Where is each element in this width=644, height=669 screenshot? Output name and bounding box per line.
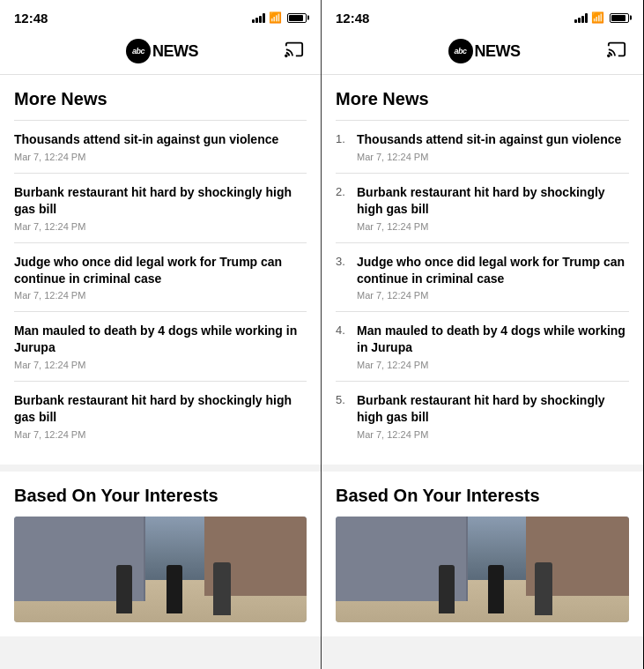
news-item-right-2[interactable]: 3. Judge who once did legal work for Tru…: [336, 242, 629, 312]
news-content-right-3: Man mauled to death by 4 dogs while work…: [357, 323, 629, 370]
person3-right: [535, 562, 552, 615]
signal-bar-r4: [585, 13, 588, 23]
abc-circle-left: abc: [126, 39, 151, 63]
interests-image-left[interactable]: [14, 517, 307, 622]
news-date-left-3: Mar 7, 12:24 PM: [14, 360, 307, 370]
news-number-right-1: 2.: [336, 184, 350, 232]
interests-section-right: Based On Your Interests: [322, 472, 643, 636]
street-scene-left: [14, 517, 307, 622]
app-header-right: abc NEWS: [322, 32, 643, 75]
phones-container: 12:48 📶 abc NEWS: [0, 0, 644, 669]
news-item-left-0[interactable]: Thousands attend sit-in against gun viol…: [14, 120, 307, 173]
wifi-icon-right: 📶: [591, 11, 604, 24]
abc-circle-right: abc: [448, 39, 473, 63]
battery-icon-left: [287, 13, 307, 23]
interests-image-right[interactable]: [336, 517, 629, 622]
signal-icon-right: [574, 12, 588, 23]
content-left: More News Thousands attend sit-in agains…: [0, 75, 321, 669]
news-date-right-3: Mar 7, 12:24 PM: [357, 360, 629, 370]
news-headline-left-1: Burbank restaurant hit hard by shockingl…: [14, 184, 307, 218]
more-news-title-right: More News: [336, 89, 629, 109]
news-item-left-1[interactable]: Burbank restaurant hit hard by shockingl…: [14, 173, 307, 242]
signal-bar-r3: [581, 16, 584, 23]
signal-icon-left: [252, 12, 265, 23]
news-headline-left-2: Judge who once did legal work for Trump …: [14, 254, 307, 287]
news-item-right-3[interactable]: 4. Man mauled to death by 4 dogs while w…: [336, 311, 629, 381]
wifi-icon-left: 📶: [269, 11, 282, 24]
news-date-right-2: Mar 7, 12:24 PM: [357, 290, 629, 301]
status-icons-left: 📶: [252, 11, 307, 24]
signal-bar-3: [259, 16, 262, 23]
news-headline-right-1: Burbank restaurant hit hard by shockingl…: [357, 184, 629, 218]
news-headline-left-3: Man mauled to death by 4 dogs while work…: [14, 323, 307, 356]
battery-icon-right: [610, 13, 629, 23]
more-news-title-left: More News: [14, 89, 307, 109]
news-date-left-2: Mar 7, 12:24 PM: [14, 290, 307, 301]
news-headline-left-4: Burbank restaurant hit hard by shockingl…: [14, 392, 307, 426]
more-news-section-left: More News Thousands attend sit-in agains…: [0, 75, 321, 465]
svg-point-1: [608, 55, 610, 56]
street-scene-right: [336, 517, 629, 622]
status-icons-right: 📶: [574, 11, 629, 24]
abc-text-right: abc: [454, 47, 466, 56]
news-number-right-3: 4.: [336, 323, 350, 370]
content-right: More News 1. Thousands attend sit-in aga…: [322, 75, 643, 669]
person1-right: [439, 565, 455, 613]
news-number-right-0: 1.: [336, 131, 350, 162]
abc-logo-left: abc NEWS: [126, 39, 198, 63]
left-phone: 12:48 📶 abc NEWS: [0, 0, 322, 669]
news-content-right-2: Judge who once did legal work for Trump …: [357, 254, 629, 301]
news-date-right-1: Mar 7, 12:24 PM: [357, 221, 629, 232]
cast-icon-right[interactable]: [604, 40, 629, 63]
person2-left: [167, 565, 182, 613]
status-time-left: 12:48: [14, 11, 48, 26]
news-date-left-4: Mar 7, 12:24 PM: [14, 429, 307, 440]
interests-section-left: Based On Your Interests: [0, 472, 321, 636]
news-number-right-2: 3.: [336, 254, 350, 301]
svg-point-0: [285, 55, 287, 56]
news-item-right-1[interactable]: 2. Burbank restaurant hit hard by shocki…: [336, 173, 629, 242]
abc-logo-right: abc NEWS: [448, 39, 521, 63]
news-date-right-0: Mar 7, 12:24 PM: [357, 152, 629, 162]
person3-left: [213, 562, 231, 615]
interests-title-right: Based On Your Interests: [336, 486, 629, 506]
news-date-right-4: Mar 7, 12:24 PM: [357, 429, 629, 440]
abc-text-left: abc: [132, 47, 144, 56]
news-headline-right-4: Burbank restaurant hit hard by shockingl…: [357, 392, 629, 426]
signal-bar-2: [255, 18, 258, 23]
person2-right: [488, 565, 504, 613]
status-bar-left: 12:48 📶: [0, 0, 321, 32]
news-text-left: NEWS: [152, 42, 198, 61]
person1-left: [116, 565, 132, 613]
news-item-left-4[interactable]: Burbank restaurant hit hard by shockingl…: [14, 381, 307, 450]
news-headline-left-0: Thousands attend sit-in against gun viol…: [14, 131, 307, 148]
news-text-right: NEWS: [475, 42, 521, 61]
news-date-left-0: Mar 7, 12:24 PM: [14, 152, 307, 162]
news-headline-right-2: Judge who once did legal work for Trump …: [357, 254, 629, 287]
signal-bar-r1: [574, 19, 577, 23]
status-time-right: 12:48: [336, 11, 369, 26]
cast-icon-left[interactable]: [282, 40, 307, 63]
interests-title-left: Based On Your Interests: [14, 486, 307, 506]
news-item-left-3[interactable]: Man mauled to death by 4 dogs while work…: [14, 311, 307, 381]
news-number-right-4: 5.: [336, 392, 350, 440]
news-date-left-1: Mar 7, 12:24 PM: [14, 221, 307, 232]
status-bar-right: 12:48 📶: [322, 0, 643, 32]
news-item-right-4[interactable]: 5. Burbank restaurant hit hard by shocki…: [336, 381, 629, 450]
signal-bar-1: [252, 19, 255, 23]
news-content-right-4: Burbank restaurant hit hard by shockingl…: [357, 392, 629, 440]
news-headline-right-3: Man mauled to death by 4 dogs while work…: [357, 323, 629, 356]
news-item-left-2[interactable]: Judge who once did legal work for Trump …: [14, 242, 307, 312]
signal-bar-4: [263, 13, 265, 23]
more-news-section-right: More News 1. Thousands attend sit-in aga…: [322, 75, 643, 465]
news-content-right-0: Thousands attend sit-in against gun viol…: [357, 131, 629, 162]
news-headline-right-0: Thousands attend sit-in against gun viol…: [357, 131, 629, 148]
right-phone: 12:48 📶 abc NEWS: [322, 0, 643, 669]
news-item-right-0[interactable]: 1. Thousands attend sit-in against gun v…: [336, 120, 629, 173]
signal-bar-r2: [578, 18, 581, 23]
app-header-left: abc NEWS: [0, 32, 321, 75]
news-content-right-1: Burbank restaurant hit hard by shockingl…: [357, 184, 629, 232]
